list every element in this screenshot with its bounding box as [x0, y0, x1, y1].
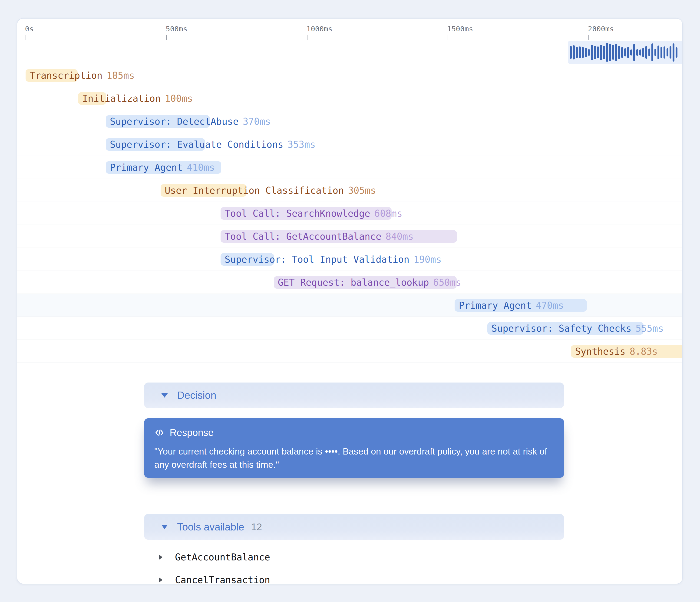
- waveform-bar: [660, 47, 662, 58]
- span-label: Supervisor: Safety Checks: [492, 323, 631, 334]
- span-duration: 470ms: [536, 300, 564, 311]
- span-duration: 650ms: [433, 277, 461, 288]
- waveform-bar: [657, 46, 659, 59]
- ruler-tick-label: 0s: [25, 25, 34, 33]
- timeline-row: Supervisor: Evaluate Conditions353ms: [17, 133, 682, 156]
- span-duration: 370ms: [243, 116, 271, 127]
- chevron-right-icon: [159, 577, 162, 583]
- ruler-tick-label: 500ms: [166, 25, 187, 33]
- span-duration: 555ms: [635, 323, 664, 334]
- waveform-bar: [609, 44, 611, 61]
- waveform-bar: [600, 45, 602, 60]
- code-icon: [154, 427, 165, 438]
- span-duration: 8.83s: [630, 346, 657, 357]
- ruler-tick-mark: [166, 35, 167, 40]
- tool-name: GetAccountBalance: [175, 552, 270, 562]
- waveform-bar: [582, 47, 584, 58]
- span-bar[interactable]: Tool Call: SearchKnowledge608ms: [221, 207, 392, 220]
- timeline-row: Synthesis8.83s: [17, 340, 682, 363]
- timeline-ruler: 0s500ms1000ms1500ms2000ms: [17, 19, 682, 41]
- span-label: Synthesis: [575, 346, 625, 357]
- waveform-bar: [673, 44, 674, 61]
- waveform-bar: [621, 47, 623, 58]
- timeline-row: Transcription185ms: [17, 63, 682, 87]
- timeline-row: User Interruption Classification305ms: [17, 179, 682, 202]
- ruler-tick-label: 1500ms: [447, 25, 473, 33]
- response-body-text: "Your current checking account balance i…: [154, 445, 552, 471]
- waveform-bar: [606, 43, 608, 62]
- waveform-bar: [576, 47, 578, 58]
- waveform-bar: [639, 50, 641, 55]
- span-label: Tool Call: GetAccountBalance: [225, 231, 381, 242]
- waveform-bar: [633, 44, 635, 61]
- decision-section-label: Decision: [177, 390, 216, 401]
- span-bar[interactable]: Primary Agent410ms: [106, 161, 221, 174]
- waveform-bar: [651, 44, 653, 61]
- chevron-down-icon: [161, 525, 168, 529]
- timeline-row: Tool Call: SearchKnowledge608ms: [17, 202, 682, 225]
- span-label: Primary Agent: [110, 162, 183, 173]
- span-label: Primary Agent: [459, 300, 531, 311]
- waveform-bar: [594, 46, 596, 59]
- waveform-bar: [603, 46, 605, 59]
- span-label: Supervisor: Tool Input Validation: [225, 254, 409, 265]
- waveform-bar: [645, 46, 647, 59]
- audio-waveform[interactable]: [568, 41, 682, 63]
- waveform-bar: [579, 47, 581, 58]
- waveform-bar: [573, 45, 575, 59]
- span-duration: 840ms: [385, 231, 414, 242]
- timeline-row: Primary Agent470ms: [17, 293, 682, 317]
- tool-list-item[interactable]: GetAccountBalance: [144, 546, 564, 569]
- span-bar[interactable]: GET Request: balance_lookup650ms: [274, 276, 457, 289]
- span-bar[interactable]: User Interruption Classification305ms: [160, 184, 246, 197]
- waveform-bar: [664, 47, 666, 58]
- span-bar[interactable]: Synthesis8.83s: [571, 345, 682, 358]
- ruler-tick-label: 1000ms: [306, 25, 332, 33]
- span-bar[interactable]: Supervisor: DetectAbuse370ms: [106, 115, 210, 128]
- span-bar[interactable]: Supervisor: Evaluate Conditions353ms: [106, 138, 205, 151]
- waveform-bar: [618, 46, 620, 59]
- timeline-row: Primary Agent410ms: [17, 156, 682, 179]
- response-card: Response "Your current checking account …: [144, 418, 564, 478]
- span-bar[interactable]: Tool Call: GetAccountBalance840ms: [221, 230, 457, 243]
- waveform-bar: [642, 48, 644, 57]
- response-title: Response: [170, 427, 214, 438]
- timeline-row: Supervisor: DetectAbuse370ms: [17, 110, 682, 133]
- span-label: Initialization: [82, 93, 160, 104]
- span-duration: 608ms: [374, 208, 402, 219]
- rows-bottom-border: [17, 363, 682, 363]
- span-duration: 353ms: [288, 139, 316, 150]
- decision-section-header[interactable]: Decision: [144, 383, 564, 408]
- timeline-row: GET Request: balance_lookup650ms: [17, 270, 682, 293]
- tool-list-item[interactable]: CancelTransaction: [144, 569, 564, 584]
- span-label: Transcription: [30, 70, 102, 81]
- tool-name: CancelTransaction: [175, 575, 270, 584]
- span-bar[interactable]: Primary Agent470ms: [455, 299, 587, 312]
- ruler-tick-label: 2000ms: [588, 25, 614, 33]
- span-bar[interactable]: Supervisor: Safety Checks555ms: [488, 322, 644, 335]
- span-duration: 410ms: [187, 162, 215, 173]
- waveform-bar: [636, 49, 638, 56]
- waveform-bar: [624, 48, 626, 56]
- ruler-tick-mark: [26, 35, 26, 40]
- tools-section-header[interactable]: Tools available 12: [144, 514, 564, 540]
- timeline-row: Initialization100ms: [17, 87, 682, 110]
- ruler-tick-mark: [589, 35, 589, 40]
- span-bar[interactable]: Transcription185ms: [26, 69, 78, 82]
- waveform-bar: [670, 46, 671, 58]
- waveform-bar: [627, 47, 629, 58]
- ruler-tick-mark: [448, 35, 448, 40]
- span-bar[interactable]: Initialization100ms: [78, 92, 106, 105]
- waveform-bar: [630, 50, 632, 55]
- waveform-bar: [570, 46, 572, 59]
- timeline-row: Supervisor: Tool Input Validation190ms: [17, 247, 682, 270]
- waveform-bar: [676, 47, 677, 58]
- waveform-bar: [597, 47, 599, 58]
- ruler-tick-mark: [307, 35, 307, 40]
- span-duration: 100ms: [165, 93, 193, 104]
- waveform-bar: [648, 49, 650, 56]
- waveform-bar: [667, 48, 668, 56]
- tools-count-badge: 12: [251, 521, 262, 532]
- span-bar[interactable]: Supervisor: Tool Input Validation190ms: [221, 253, 274, 266]
- span-duration: 185ms: [107, 70, 134, 81]
